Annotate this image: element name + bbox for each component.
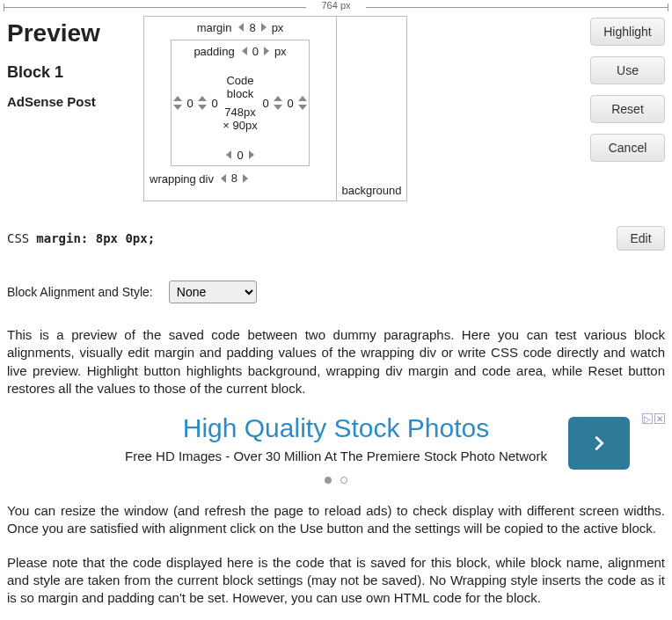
ad-choices-icon[interactable]: ▷ <box>642 413 653 424</box>
wrapping-value: 8 <box>231 171 237 185</box>
padding-unit: px <box>274 45 287 58</box>
ad-close-icon[interactable]: ✕ <box>654 413 665 424</box>
padding-right-dec-icon[interactable] <box>274 105 282 110</box>
padding-top-dec-icon[interactable] <box>242 47 247 55</box>
block-number: Block 1 <box>7 63 143 82</box>
alignment-label: Block Alignment and Style: <box>7 285 153 299</box>
margin-right-dec-icon[interactable] <box>298 105 307 110</box>
box-model-editor: margin 8 px padding 0 px <box>143 16 407 201</box>
wrapping-dec-icon[interactable] <box>221 174 226 183</box>
ad-cta-button[interactable] <box>568 417 630 470</box>
resize-paragraph: You can resize the window (and refresh t… <box>0 502 672 538</box>
background-column: background <box>336 17 406 201</box>
padding-top-value: 0 <box>252 45 259 58</box>
ad-dot-2[interactable] <box>340 477 347 484</box>
padding-bottom-inc-icon[interactable] <box>249 150 254 159</box>
padding-right-inc-icon[interactable] <box>274 96 282 101</box>
highlight-button[interactable]: Highlight <box>590 18 665 46</box>
padding-bottom-dec-icon[interactable] <box>226 150 231 159</box>
ad-headline[interactable]: High Quality Stock Photos <box>7 413 665 443</box>
chevron-right-icon <box>589 434 609 453</box>
reset-button[interactable]: Reset <box>590 95 665 123</box>
padding-top-inc-icon[interactable] <box>264 47 269 55</box>
margin-right-value: 0 <box>284 97 296 110</box>
ad-dot-1[interactable] <box>325 477 332 484</box>
background-label: background <box>337 184 406 201</box>
ad-block: ▷ ✕ High Quality Stock Photos Free HD Im… <box>7 413 665 486</box>
margin-left-dec-icon[interactable] <box>173 105 182 110</box>
note-paragraph: Please note that the code displayed here… <box>0 554 672 608</box>
padding-left-dec-icon[interactable] <box>198 105 207 110</box>
code-block-dimensions: 748px × 90px <box>221 106 259 132</box>
css-label: CSS <box>7 231 29 245</box>
padding-right-value: 0 <box>259 97 272 110</box>
margin-label: margin <box>197 21 232 34</box>
ad-pagination <box>7 472 665 486</box>
margin-unit: px <box>272 21 284 34</box>
edit-button[interactable]: Edit <box>617 226 665 251</box>
alignment-select[interactable]: None <box>169 281 257 303</box>
margin-top-inc-icon[interactable] <box>261 23 267 32</box>
padding-bottom-value: 0 <box>237 149 243 162</box>
margin-right-inc-icon[interactable] <box>298 96 307 101</box>
code-block-label: Code block <box>221 74 259 100</box>
block-name: AdSense Post <box>7 94 143 109</box>
wrapping-inc-icon[interactable] <box>243 174 248 183</box>
margin-top-value: 8 <box>249 21 255 34</box>
ad-subtext: Free HD Images - Over 30 Million At The … <box>7 449 665 463</box>
padding-left-inc-icon[interactable] <box>198 96 207 101</box>
margin-left-inc-icon[interactable] <box>173 96 182 101</box>
preview-title: Preview <box>7 19 143 47</box>
padding-box: padding 0 px 0 <box>171 40 310 166</box>
css-code: margin: 8px 0px; <box>36 231 155 245</box>
cancel-button[interactable]: Cancel <box>590 134 665 162</box>
width-ruler: 764 px <box>0 0 672 16</box>
wrapping-div-label: wrapping div <box>150 172 214 186</box>
margin-top-dec-icon[interactable] <box>238 23 244 32</box>
code-block-area: Code block 748px × 90px <box>221 62 259 144</box>
padding-left-value: 0 <box>208 97 221 110</box>
margin-left-value: 0 <box>184 97 196 110</box>
ruler-label: 764 px <box>321 0 350 11</box>
intro-paragraph: This is a preview of the saved code betw… <box>0 326 672 398</box>
padding-label: padding <box>194 45 234 58</box>
use-button[interactable]: Use <box>590 56 665 84</box>
